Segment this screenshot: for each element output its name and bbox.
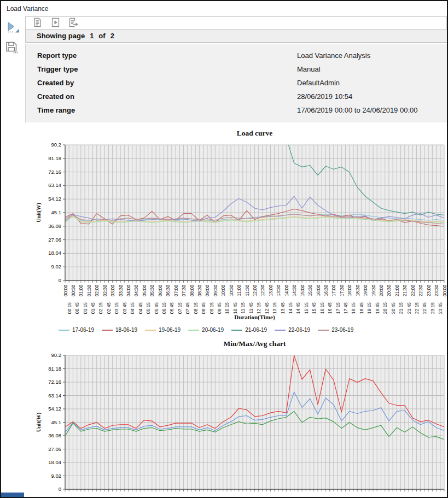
svg-text:01:00: 01:00 [78,285,84,297]
report-document-icon [33,17,42,29]
svg-text:11:45: 11:45 [248,302,254,314]
legend-label: 17-06-19 [72,327,94,333]
svg-text:72.16: 72.16 [48,169,61,175]
meta-value: 28/06/2019 10:54 [297,92,352,101]
svg-text:15:00: 15:00 [300,285,305,297]
svg-text:02:30: 02:30 [102,285,108,297]
svg-text:81.18: 81.18 [48,155,61,161]
svg-text:13:30: 13:30 [276,285,281,297]
svg-text:13:15: 13:15 [272,302,277,314]
run-button[interactable] [49,17,62,29]
svg-text:13:45: 13:45 [280,302,286,314]
svg-text:20:45: 20:45 [391,302,396,314]
svg-text:06:30: 06:30 [165,285,171,297]
svg-text:21:45: 21:45 [406,302,412,314]
page-status-bar: Showing page 1 of 2 [25,30,447,43]
min-max-avg-chart: 09.0218.0427.0636.0845.154.1263.1472.168… [34,333,447,497]
svg-text:23:00: 23:00 [426,285,432,297]
svg-text:36.08: 36.08 [48,432,61,438]
report-body: 09.0218.0427.0636.0845.154.1263.1472.168… [24,122,447,497]
bottom-accent-strip [1,493,24,497]
svg-text:16:45: 16:45 [327,302,333,314]
meta-label: Trigger type [37,65,297,73]
svg-text:01:15: 01:15 [83,302,88,314]
play-document-icon [51,17,60,29]
svg-text:63.14: 63.14 [48,182,61,188]
meta-row-created-on: Created on 28/06/2019 10:54 [37,90,447,103]
legend-item: 22-06-19 [275,327,310,333]
svg-text:05:30: 05:30 [149,285,155,297]
svg-text:18.04: 18.04 [48,250,61,256]
legend-line-swatch [318,330,329,331]
save-icon [5,47,18,55]
svg-text:15:45: 15:45 [311,302,317,314]
svg-text:03:45: 03:45 [122,302,127,314]
svg-text:03:30: 03:30 [118,285,124,297]
meta-label: Created by [37,79,297,87]
svg-text:14:00: 14:00 [284,285,289,297]
page-current: 1 [90,32,94,40]
svg-text:00:30: 00:30 [71,285,76,297]
svg-text:19:15: 19:15 [366,302,372,314]
svg-text:12:45: 12:45 [264,302,270,314]
svg-text:05:00: 05:00 [142,285,147,297]
svg-text:00:45: 00:45 [74,302,80,314]
svg-text:06:00: 06:00 [158,285,163,297]
svg-text:90.2: 90.2 [51,142,62,148]
svg-text:22:00: 22:00 [410,285,416,297]
svg-text:16:00: 16:00 [316,285,321,297]
svg-text:08:30: 08:30 [197,285,202,297]
svg-text:11:00: 11:00 [236,285,242,296]
page-status-prefix: Showing page [37,32,85,40]
svg-text:Duration(Time): Duration(Time) [234,314,275,321]
svg-text:36.08: 36.08 [48,223,61,229]
legend-line-swatch [59,330,69,331]
svg-text:15:15: 15:15 [304,302,309,314]
svg-text:45.1: 45.1 [51,419,62,425]
run-report-button[interactable] [5,21,20,36]
svg-text:12:00: 12:00 [252,285,258,297]
svg-text:19:30: 19:30 [371,285,376,297]
svg-text:72.16: 72.16 [48,379,61,385]
svg-text:23:45: 23:45 [438,302,443,314]
svg-text:81.18: 81.18 [48,366,61,372]
legend-line-swatch [145,330,156,331]
legend-item: 20-06-19 [188,327,224,333]
page-of-label: of [98,32,105,40]
svg-text:45.1: 45.1 [51,209,62,215]
svg-text:0: 0 [59,277,61,283]
svg-text:18:00: 18:00 [347,285,352,297]
svg-text:Min/Max/Avg chart: Min/Max/Avg chart [223,339,286,348]
svg-text:21:15: 21:15 [398,302,404,314]
svg-text:02:45: 02:45 [106,302,112,314]
svg-text:90.2: 90.2 [51,352,62,358]
svg-text:08:45: 08:45 [201,302,206,314]
svg-text:09:00: 09:00 [205,285,210,297]
svg-text:11:30: 11:30 [245,285,250,296]
chart-legend: 17-06-1918-06-1919-06-1920-06-1921-06-19… [59,327,447,333]
meta-value: DefaultAdmin [297,79,340,87]
legend-item: 19-06-19 [145,327,181,333]
svg-text:Unit(W): Unit(W) [36,413,42,432]
meta-label: Created on [37,92,297,101]
legend-line-swatch [231,330,242,331]
svg-text:20:30: 20:30 [386,285,392,297]
svg-text:10:00: 10:00 [220,285,226,297]
legend-line-swatch [188,330,199,331]
svg-text:09:30: 09:30 [213,285,218,297]
svg-text:Unit(W): Unit(W) [36,203,42,222]
export-button[interactable] [67,17,80,29]
svg-text:19:00: 19:00 [363,285,368,297]
view-report-button[interactable] [31,17,44,29]
legend-label: 20-06-19 [202,327,224,333]
svg-text:17:00: 17:00 [331,285,336,297]
svg-text:18.04: 18.04 [48,459,61,465]
svg-text:00:15: 00:15 [67,302,72,314]
load-curve-chart: 09.0218.0427.0636.0845.154.1263.1472.168… [34,127,447,323]
svg-text:9.02: 9.02 [51,473,62,479]
svg-text:04:00: 04:00 [126,285,131,297]
meta-row-created-by: Created by DefaultAdmin [37,76,447,90]
svg-text:12:15: 12:15 [256,302,261,314]
svg-text:14:45: 14:45 [295,302,301,314]
save-button[interactable] [5,41,18,55]
